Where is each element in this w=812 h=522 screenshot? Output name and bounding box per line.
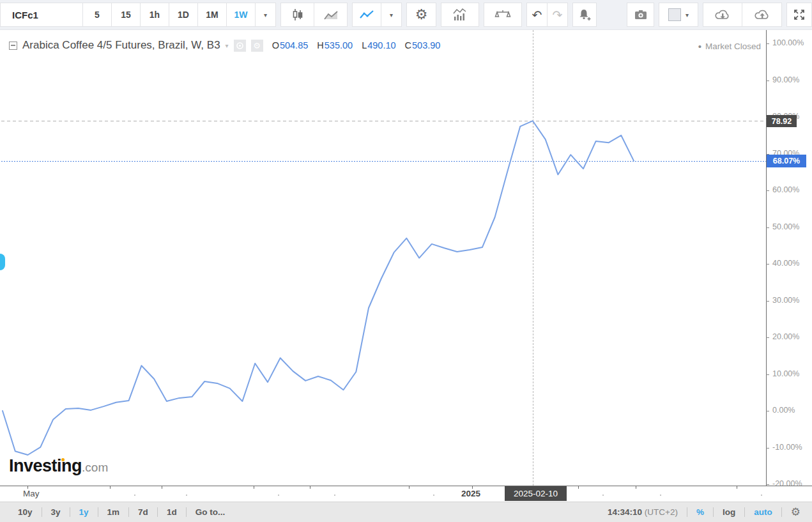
price-line-series: [3, 121, 634, 455]
save-layout-button[interactable]: [742, 3, 782, 27]
range-1m-button[interactable]: 1m: [98, 507, 129, 517]
time-axis-tick: [409, 486, 410, 489]
open-value: 504.85: [280, 40, 308, 50]
time-axis-year-label: 2025: [461, 489, 480, 498]
indicators-group: [441, 3, 479, 27]
price-axis-label: 50.00%: [772, 222, 799, 231]
candlestick-icon: [290, 7, 305, 22]
open-label: O: [272, 40, 279, 50]
high-label: H: [317, 40, 323, 50]
price-axis-tick: [766, 411, 769, 411]
chart-style-group: [280, 3, 348, 27]
price-line-chart[interactable]: [1, 30, 766, 486]
chart-settings-button[interactable]: ⚙: [406, 3, 436, 27]
bell-plus-icon: [577, 7, 592, 22]
redo-button[interactable]: ↷: [547, 3, 568, 27]
price-axis-tick: [766, 190, 769, 191]
range-1d-button[interactable]: 1d: [158, 507, 186, 517]
chart-legend-row: Arabica Coffee 4/5 Futures, Brazil, W, B…: [9, 39, 440, 52]
background-color-group: ▾: [659, 3, 698, 27]
fullscreen-button[interactable]: [786, 3, 812, 27]
low-value: 490.10: [367, 40, 395, 50]
range-10y-button[interactable]: 10y: [9, 507, 42, 517]
load-layout-button[interactable]: [703, 3, 742, 27]
snapshot-button[interactable]: [627, 3, 654, 27]
time-axis-minor-dot: [186, 495, 187, 496]
undo-redo-group: ↶ ↷: [526, 3, 568, 27]
symbol-timeframe-group: ICFc1 5 15 1h 1D 1M 1W ▾: [0, 3, 276, 27]
price-axis-tick: [766, 81, 769, 81]
gear-icon: ⚙: [791, 506, 801, 518]
price-axis-label: 90.00%: [772, 75, 799, 84]
chevron-down-icon[interactable]: ▾: [226, 42, 229, 49]
timeframe-1m-button[interactable]: 1M: [197, 3, 227, 27]
timeframe-dropdown-button[interactable]: ▾: [255, 3, 276, 27]
price-axis-label: 30.00%: [772, 296, 799, 305]
crosshair-date-tag: 2025-02-10: [505, 486, 567, 501]
chart-type-dropdown-button[interactable]: ▾: [381, 3, 402, 27]
range-7d-button[interactable]: 7d: [129, 507, 157, 517]
fullscreen-arrows-icon: [792, 8, 806, 22]
investing-logo: Investing.com: [9, 456, 108, 476]
timeframe-1w-button[interactable]: 1W: [226, 3, 256, 27]
area-chart-button[interactable]: [314, 3, 348, 27]
percent-scale-button[interactable]: %: [687, 507, 713, 517]
visibility-toggle-button[interactable]: [234, 40, 246, 52]
logo-accent-dot: [61, 458, 65, 461]
goto-date-button[interactable]: Go to...: [187, 507, 234, 517]
axis-settings-button[interactable]: ⚙: [782, 505, 804, 519]
toolbar-right-cluster: ▾: [627, 3, 812, 27]
time-axis-tick: [578, 486, 579, 489]
bottom-toolbar: 10y 3y 1y 1m 7d 1d Go to... 14:34:10 (UT…: [0, 502, 812, 522]
series-settings-button[interactable]: ⚙: [251, 40, 263, 52]
alert-group: [572, 3, 597, 27]
status-dot-icon: •: [698, 42, 701, 51]
price-axis-tick: [766, 43, 769, 44]
gear-icon: ⚙: [253, 41, 261, 50]
collapse-legend-icon[interactable]: [9, 42, 17, 50]
price-axis-label: 60.00%: [772, 185, 799, 194]
range-1y-button[interactable]: 1y: [70, 507, 98, 517]
auto-scale-button[interactable]: auto: [745, 507, 781, 517]
ohlc-readout: O504.85 H535.00 L490.10 C503.90: [272, 40, 441, 50]
range-3y-button[interactable]: 3y: [42, 507, 70, 517]
add-alert-button[interactable]: [572, 3, 597, 27]
time-axis-tick: [737, 486, 737, 489]
price-axis-label: 0.00%: [772, 406, 795, 415]
time-axis-minor-dot: [334, 495, 335, 496]
timeframe-5m-button[interactable]: 5: [82, 3, 112, 27]
price-axis-label: 40.00%: [772, 259, 799, 268]
time-axis-minor-dot: [433, 495, 434, 496]
chevron-down-icon: ▾: [390, 12, 393, 19]
timeframe-1h-button[interactable]: 1h: [140, 3, 169, 27]
compare-button[interactable]: [484, 3, 522, 27]
price-axis-label: 20.00%: [772, 332, 799, 341]
timeframe-15m-button[interactable]: 15: [111, 3, 141, 27]
undo-arrow-icon: ↶: [532, 8, 542, 22]
price-axis-tick: [766, 301, 769, 302]
chevron-down-icon: ▾: [264, 12, 267, 19]
settings-group: ⚙: [406, 3, 436, 27]
time-axis-minor-dot: [660, 495, 661, 496]
price-axis-tick: [766, 227, 769, 228]
timeframe-1d-button[interactable]: 1D: [169, 3, 198, 27]
market-status: • Market Closed: [698, 42, 761, 51]
line-chart-button[interactable]: [352, 3, 381, 27]
logo-suffix: .com: [82, 461, 108, 474]
market-status-label: Market Closed: [705, 42, 761, 51]
indicators-button[interactable]: [441, 3, 479, 27]
redo-arrow-icon: ↷: [553, 8, 563, 22]
candlestick-chart-button[interactable]: [280, 3, 314, 27]
axis-options: 14:34:10 (UTC+2) % log auto ⚙: [599, 505, 812, 519]
clock: 14:34:10 (UTC+2): [599, 507, 687, 517]
log-scale-button[interactable]: log: [714, 507, 744, 517]
price-axis[interactable]: [766, 30, 812, 486]
time-axis-minor-dot: [134, 495, 135, 496]
undo-button[interactable]: ↶: [526, 3, 548, 27]
background-color-button[interactable]: ▾: [659, 3, 698, 27]
drawing-panel-handle[interactable]: [0, 254, 5, 270]
time-axis[interactable]: [0, 486, 812, 502]
price-axis-label: 100.00%: [772, 38, 804, 47]
clock-timezone: (UTC+2): [645, 507, 678, 517]
symbol-button[interactable]: ICFc1: [0, 3, 83, 27]
